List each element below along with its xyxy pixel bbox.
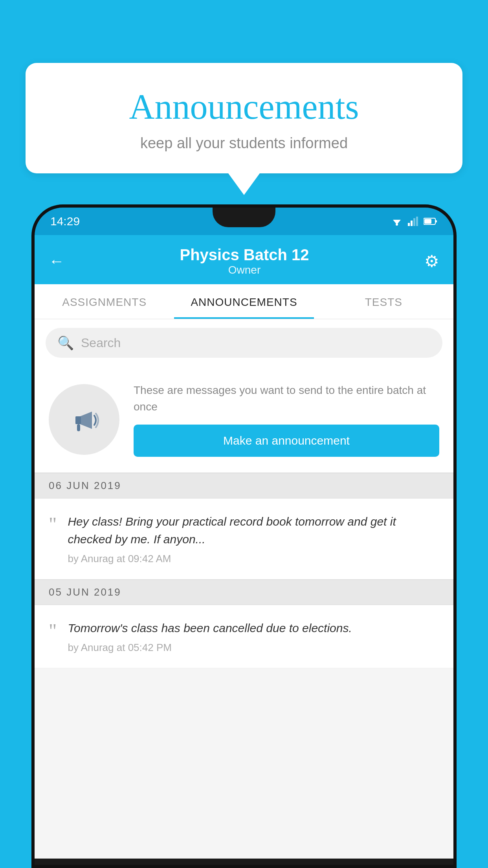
announcement-content-1: Hey class! Bring your practical record b… <box>68 513 439 565</box>
search-icon: 🔍 <box>57 335 74 351</box>
side-button-left <box>31 326 33 357</box>
search-placeholder: Search <box>81 336 121 350</box>
announcement-meta-1: by Anurag at 09:42 AM <box>68 553 439 565</box>
svg-point-2 <box>396 223 398 226</box>
header-title: Physics Batch 12 <box>180 246 309 264</box>
svg-rect-10 <box>75 416 81 424</box>
bubble-title: Announcements <box>57 86 431 127</box>
svg-rect-8 <box>435 220 437 223</box>
date-separator-2: 05 JUN 2019 <box>35 579 453 605</box>
search-bar-container: 🔍 Search <box>35 319 453 366</box>
status-time: 14:29 <box>50 215 80 228</box>
announcement-item-1[interactable]: " Hey class! Bring your practical record… <box>35 498 453 579</box>
back-button[interactable]: ← <box>49 252 64 270</box>
app-header: ← Physics Batch 12 Owner ⚙ <box>35 235 453 284</box>
status-bar: 14:29 <box>35 208 453 235</box>
date-separator-1: 06 JUN 2019 <box>35 473 453 498</box>
search-bar[interactable]: 🔍 Search <box>46 328 442 358</box>
announcement-item-2[interactable]: " Tomorrow's class has been cancelled du… <box>35 605 453 668</box>
side-button-right <box>455 306 457 353</box>
svg-rect-5 <box>413 218 415 226</box>
announcement-text-2: Tomorrow's class has been cancelled due … <box>68 619 439 637</box>
tab-tests[interactable]: TESTS <box>314 284 453 319</box>
bubble-arrow <box>228 173 260 195</box>
promo-description: These are messages you want to send to t… <box>134 382 439 415</box>
svg-rect-3 <box>408 223 410 226</box>
promo-icon-circle <box>49 384 119 455</box>
megaphone-icon <box>64 400 104 439</box>
announcement-meta-2: by Anurag at 05:42 PM <box>68 642 439 654</box>
announcement-text-1: Hey class! Bring your practical record b… <box>68 513 439 548</box>
promo-right: These are messages you want to send to t… <box>134 382 439 457</box>
header-center: Physics Batch 12 Owner <box>180 246 309 276</box>
battery-icon <box>424 217 438 225</box>
quote-icon-2: " <box>49 621 57 654</box>
svg-rect-9 <box>424 219 431 224</box>
bubble-subtitle: keep all your students informed <box>57 135 431 152</box>
svg-rect-4 <box>411 221 413 226</box>
tabs-container: ASSIGNMENTS ANNOUNCEMENTS TESTS <box>35 284 453 319</box>
content-area: 🔍 Search <box>35 319 453 859</box>
status-icons <box>391 217 438 226</box>
speech-bubble-card: Announcements keep all your students inf… <box>26 63 462 173</box>
notch <box>213 208 275 227</box>
quote-icon-1: " <box>49 514 57 565</box>
announcement-promo: These are messages you want to send to t… <box>35 366 453 473</box>
svg-rect-11 <box>77 424 80 431</box>
announcement-content-2: Tomorrow's class has been cancelled due … <box>68 619 439 654</box>
tab-assignments[interactable]: ASSIGNMENTS <box>35 284 174 319</box>
phone-frame: 14:29 ← Phys <box>31 204 457 868</box>
header-subtitle: Owner <box>180 264 309 276</box>
make-announcement-button[interactable]: Make an announcement <box>134 425 439 457</box>
tab-announcements[interactable]: ANNOUNCEMENTS <box>174 284 314 319</box>
wifi-icon <box>391 217 403 226</box>
settings-icon[interactable]: ⚙ <box>424 252 439 271</box>
signal-icon <box>408 217 419 226</box>
speech-bubble-section: Announcements keep all your students inf… <box>26 63 462 195</box>
svg-rect-6 <box>416 217 418 226</box>
